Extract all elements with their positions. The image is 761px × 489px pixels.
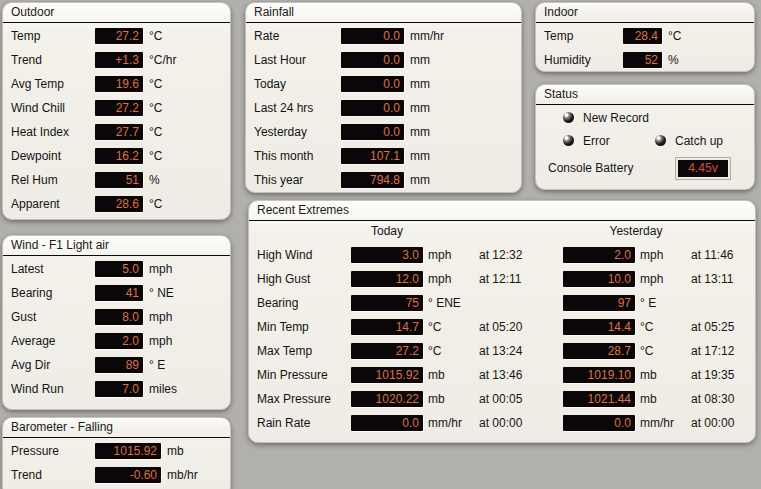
rainfall-rows: Rate0.0mm/hr Last Hour0.0mm Today0.0mm L… [246, 23, 521, 192]
value-unit: mm [410, 125, 430, 139]
value-display: 1021.44 [563, 391, 635, 407]
barometer-trend-row: Trend-0.60mb/hr [3, 463, 230, 487]
outdoor-trend-row: Trend+1.3°C/hr [3, 48, 230, 72]
value-unit: mb [640, 368, 686, 382]
row-label: Max Temp [257, 344, 351, 358]
value-unit: °C [428, 320, 474, 334]
indoor-panel: Indoor Temp28.4°C Humidity52% [535, 2, 755, 72]
wind-panel-title: Wind - F1 Light air [3, 236, 230, 256]
recent-extremes-panel-title: Recent Extremes [249, 201, 755, 221]
value-time: at 13:11 [691, 272, 733, 286]
barometer-pressure-row: Pressure1015.92mb [3, 439, 230, 463]
outdoor-apparent-row: Apparent28.6°C [3, 192, 230, 216]
value-display: 2.0 [563, 247, 635, 263]
led-icon [563, 135, 574, 146]
value-unit: mm [410, 77, 430, 91]
row-label: Min Temp [257, 320, 351, 334]
value-time: at 00:00 [691, 416, 734, 430]
wind-rows: Latest5.0mph Bearing41° NE Gust8.0mph Av… [3, 256, 230, 401]
value-display: 28.4 [623, 28, 662, 44]
value-display: 0.0 [351, 415, 423, 431]
value-unit: miles [149, 382, 177, 396]
rainfall-yesterday-row: Yesterday0.0mm [246, 120, 521, 144]
row-label: High Wind [257, 248, 351, 262]
barometer-panel: Barometer - Falling Pressure1015.92mb Tr… [2, 417, 231, 489]
row-label: Latest [11, 262, 95, 276]
value-display: 27.2 [95, 28, 143, 44]
outdoor-heatindex-row: Heat Index27.7°C [3, 120, 230, 144]
row-label: High Gust [257, 272, 351, 286]
value-unit: mph [149, 262, 172, 276]
value-unit: mb [428, 392, 474, 406]
value-display: 16.2 [95, 148, 143, 164]
today-column-header: Today [357, 224, 417, 238]
row-label: Gust [11, 310, 95, 324]
extremes-mintemp-row: Min Temp14.7°Cat 05:2014.4°Cat 05:25 [249, 315, 755, 339]
value-display: 0.0 [341, 28, 404, 44]
value-display: 27.2 [95, 100, 143, 116]
value-time: at 12:32 [479, 248, 549, 262]
value-display: 5.0 [95, 261, 143, 277]
value-unit: °C [149, 125, 162, 139]
rainfall-panel-title: Rainfall [246, 3, 521, 23]
value-display: 10.0 [563, 271, 635, 287]
row-label: Last 24 hrs [254, 101, 341, 115]
value-unit: mb [428, 368, 474, 382]
value-display: 28.6 [95, 196, 143, 212]
value-display: 27.2 [351, 343, 423, 359]
barometer-rows: Pressure1015.92mb Trend-0.60mb/hr [3, 438, 230, 487]
extremes-highwind-row: High Wind3.0mphat 12:322.0mphat 11:46 [249, 243, 755, 267]
value-unit: mm [410, 53, 430, 67]
outdoor-rows: Temp27.2°C Trend+1.3°C/hr Avg Temp19.6°C… [3, 23, 230, 216]
value-display: 0.0 [341, 100, 404, 116]
value-display: 52 [623, 52, 662, 68]
value-unit: mb/hr [167, 468, 198, 482]
row-label: Avg Temp [11, 77, 95, 91]
value-unit: mph [640, 272, 686, 286]
value-time: at 13:46 [479, 368, 549, 382]
extremes-maxtemp-row: Max Temp27.2°Cat 13:2428.7°Cat 17:12 [249, 339, 755, 363]
value-display: 97 [563, 295, 635, 311]
row-label: Today [254, 77, 341, 91]
value-unit: °C [428, 344, 474, 358]
status-panel: Status New Record Error Catch up Console… [535, 84, 755, 190]
row-label: Last Hour [254, 53, 341, 67]
console-battery-label: Console Battery [548, 161, 676, 175]
value-unit: % [149, 173, 160, 187]
value-display: 1015.92 [95, 443, 161, 459]
outdoor-temp-row: Temp27.2°C [3, 24, 230, 48]
wind-panel: Wind - F1 Light air Latest5.0mph Bearing… [2, 235, 231, 410]
wind-bearing-row: Bearing41° NE [3, 281, 230, 305]
status-rows: New Record Error Catch up Console Batter… [536, 105, 754, 182]
value-display: 1020.22 [351, 391, 423, 407]
value-time: at 11:46 [691, 248, 733, 262]
row-label: Apparent [11, 197, 95, 211]
outdoor-windchill-row: Wind Chill27.2°C [3, 96, 230, 120]
row-label: Temp [11, 29, 95, 43]
value-unit: mm [410, 101, 430, 115]
value-display: 28.7 [563, 343, 635, 359]
value-unit: ° E [149, 358, 165, 372]
value-unit: °C [149, 101, 162, 115]
wind-windrun-row: Wind Run7.0miles [3, 377, 230, 401]
value-time: at 00:05 [479, 392, 549, 406]
value-display: 8.0 [95, 309, 143, 325]
catch-up-indicator: Catch up [655, 134, 723, 148]
row-label: Dewpoint [11, 149, 95, 163]
value-unit: °C [640, 344, 686, 358]
value-time: at 08:30 [691, 392, 734, 406]
row-label: Rate [254, 29, 341, 43]
outdoor-panel: Outdoor Temp27.2°C Trend+1.3°C/hr Avg Te… [2, 2, 231, 220]
value-unit: mm [410, 173, 430, 187]
value-unit: °C/hr [149, 53, 176, 67]
row-label: Pressure [11, 444, 95, 458]
led-icon [563, 112, 574, 123]
status-newrecord-row: New Record [536, 106, 754, 129]
value-time: at 13:24 [479, 344, 549, 358]
extremes-rows: High Wind3.0mphat 12:322.0mphat 11:46 Hi… [249, 243, 755, 435]
row-label: Wind Chill [11, 101, 95, 115]
value-display: 51 [95, 172, 143, 188]
row-label: Temp [544, 29, 623, 43]
row-label: This month [254, 149, 341, 163]
row-label: Min Pressure [257, 368, 351, 382]
